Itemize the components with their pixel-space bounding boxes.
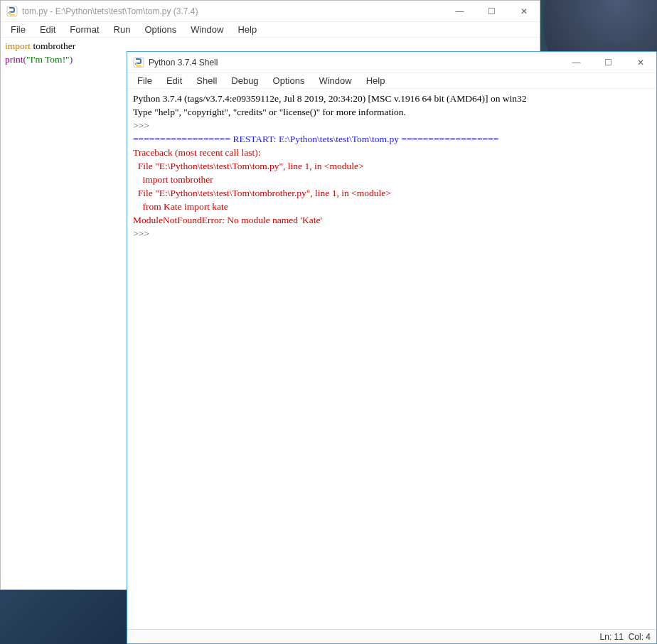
menu-edit[interactable]: Edit (159, 74, 189, 87)
code-paren: ) (70, 54, 73, 65)
code-builtin: print (5, 54, 23, 65)
shell-prompt: >>> (133, 119, 651, 132)
minimize-button[interactable]: — (444, 1, 476, 21)
status-col-value: 4 (646, 632, 651, 642)
shell-titlebar[interactable]: Python 3.7.4 Shell — ☐ ✕ (127, 52, 656, 73)
shell-banner: Type "help", "copyright", "credits" or "… (133, 105, 651, 119)
menu-help[interactable]: Help (230, 23, 264, 36)
close-button[interactable]: ✕ (508, 1, 540, 21)
menu-options[interactable]: Options (266, 74, 312, 87)
close-button[interactable]: ✕ (624, 52, 656, 73)
menu-help[interactable]: Help (359, 74, 392, 87)
shell-traceback: import tombrother (133, 173, 651, 186)
python-idle-icon (133, 57, 144, 68)
menu-edit[interactable]: Edit (33, 23, 63, 36)
editor-window-controls: — ☐ ✕ (444, 1, 540, 21)
code-keyword: import (5, 41, 31, 51)
menu-run[interactable]: Run (107, 23, 138, 36)
menu-file[interactable]: File (130, 74, 159, 87)
code-string: "I'm Tom!" (26, 54, 70, 65)
editor-window-title: tom.py - E:\Python\tets\test\Tom\tom.py … (22, 6, 444, 16)
code-text: tombrother (31, 41, 75, 51)
editor-menubar: File Edit Format Run Options Window Help (1, 22, 540, 38)
menu-format[interactable]: Format (63, 23, 106, 36)
shell-window: Python 3.7.4 Shell — ☐ ✕ File Edit Shell… (127, 51, 657, 644)
menu-window[interactable]: Window (311, 74, 358, 87)
menu-options[interactable]: Options (137, 23, 183, 36)
minimize-button[interactable]: — (560, 52, 592, 73)
shell-window-title: Python 3.7.4 Shell (149, 58, 560, 68)
shell-prompt: >>> (133, 227, 651, 240)
status-ln-label: Ln: (600, 632, 612, 642)
maximize-button[interactable]: ☐ (592, 52, 624, 73)
python-idle-icon (6, 6, 18, 17)
shell-restart-line: ================== RESTART: E:\Python\te… (133, 132, 651, 146)
shell-menubar: File Edit Shell Debug Options Window Hel… (127, 73, 656, 89)
editor-titlebar[interactable]: tom.py - E:\Python\tets\test\Tom\tom.py … (1, 1, 540, 22)
shell-traceback: File "E:\Python\tets\test\Tom\tom.py", l… (133, 159, 651, 173)
shell-window-controls: — ☐ ✕ (560, 52, 656, 73)
menu-window[interactable]: Window (183, 23, 230, 36)
maximize-button[interactable]: ☐ (476, 1, 508, 21)
shell-traceback: File "E:\Python\tets\test\Tom\tombrother… (133, 186, 651, 200)
shell-text-area[interactable]: Python 3.7.4 (tags/v3.7.4:e09359112e, Ju… (127, 89, 656, 629)
status-ln-value: 11 (614, 632, 624, 642)
shell-error: ModuleNotFoundError: No module named 'Ka… (133, 213, 651, 227)
menu-shell[interactable]: Shell (189, 74, 224, 87)
shell-traceback: from Kate import kate (133, 200, 651, 213)
shell-banner: Python 3.7.4 (tags/v3.7.4:e09359112e, Ju… (133, 92, 651, 105)
shell-traceback: Traceback (most recent call last): (133, 146, 651, 159)
menu-file[interactable]: File (4, 23, 33, 36)
menu-debug[interactable]: Debug (224, 74, 265, 87)
shell-statusbar: Ln: 11 Col: 4 (127, 629, 656, 643)
status-col-label: Col: (629, 632, 643, 642)
